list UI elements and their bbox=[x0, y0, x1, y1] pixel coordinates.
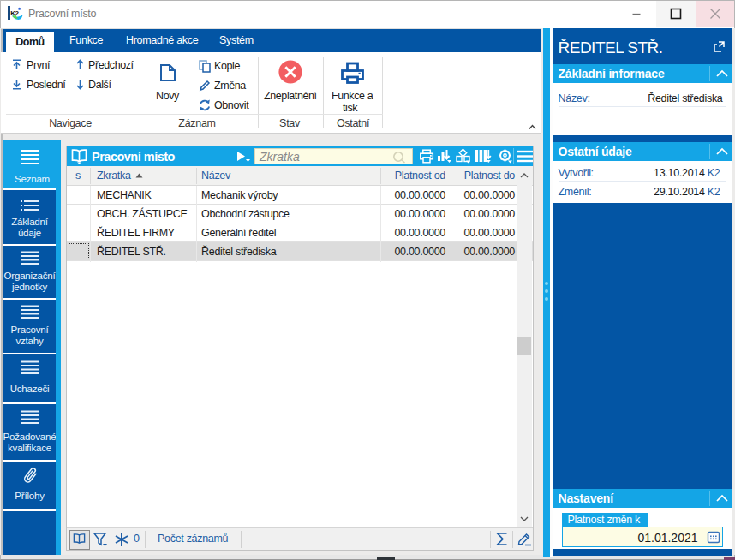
svg-text:K2: K2 bbox=[10, 9, 19, 17]
